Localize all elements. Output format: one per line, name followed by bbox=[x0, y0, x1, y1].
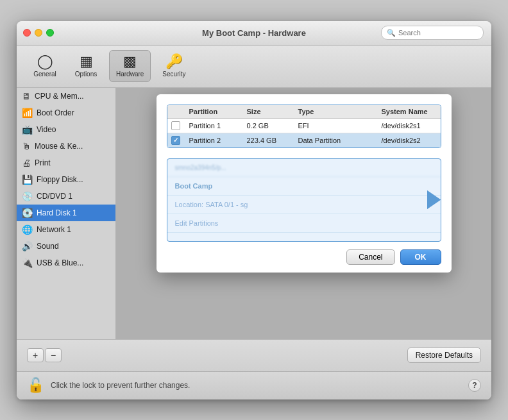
checkbox-row2[interactable] bbox=[171, 136, 189, 145]
sidebar-item-sound-label: Sound bbox=[37, 242, 59, 251]
titlebar: My Boot Camp - Hardware 🔍 bbox=[17, 21, 491, 46]
table-row[interactable]: Partition 2 223.4 GB Data Partition /dev… bbox=[167, 133, 441, 147]
lock-icon: 🔓 bbox=[27, 377, 44, 394]
ok-button[interactable]: OK bbox=[400, 249, 441, 265]
sidebar-item-floppy[interactable]: 💾 Floppy Disk... bbox=[17, 171, 115, 188]
close-button[interactable] bbox=[23, 29, 31, 37]
maximize-button[interactable] bbox=[46, 29, 54, 37]
search-input[interactable] bbox=[398, 29, 478, 37]
detail-edit: Edit Partitions bbox=[167, 214, 441, 233]
tab-general[interactable]: ◯ General bbox=[27, 51, 63, 81]
sidebar-item-network[interactable]: 🌐 Network 1 bbox=[17, 221, 115, 238]
partition-name-2: Partition 2 bbox=[189, 137, 247, 144]
partition-table: Partition Size Type System Name Partitio… bbox=[167, 105, 441, 148]
table-header: Partition Size Type System Name bbox=[167, 105, 441, 119]
help-button[interactable]: ? bbox=[468, 379, 481, 392]
sidebar-item-sound[interactable]: 🔊 Sound bbox=[17, 238, 115, 255]
partition-modal: Partition Size Type System Name Partitio… bbox=[157, 94, 452, 273]
col-header-type: Type bbox=[298, 108, 382, 115]
detail-location: Location: SATA 0/1 - sg bbox=[167, 196, 441, 214]
general-icon: ◯ bbox=[37, 55, 53, 69]
video-icon: 📺 bbox=[22, 124, 33, 135]
checkbox-unchecked[interactable] bbox=[171, 121, 180, 130]
add-button[interactable]: + bbox=[27, 348, 44, 362]
lock-text: Click the lock to prevent further change… bbox=[51, 381, 190, 390]
modal-button-area: Cancel OK bbox=[157, 242, 452, 273]
toolbar: ◯ General ▦ Options ▩ Hardware 🔑 Securit… bbox=[17, 46, 491, 88]
partition-detail-area: smno2a394n5/p... Boot Camp Location: SAT… bbox=[167, 158, 441, 242]
sidebar-item-cpu-label: CPU & Mem... bbox=[35, 92, 84, 101]
sidebar-item-mouse-label: Mouse & Ke... bbox=[35, 142, 83, 151]
sidebar-item-cpu[interactable]: 🖥 CPU & Mem... bbox=[17, 88, 115, 105]
security-icon: 🔑 bbox=[165, 55, 183, 69]
cd-dvd-icon: 💿 bbox=[22, 191, 33, 201]
col-header-sysname: System Name bbox=[382, 108, 437, 115]
main-window: My Boot Camp - Hardware 🔍 ◯ General ▦ Op… bbox=[17, 21, 491, 399]
tab-hardware[interactable]: ▩ Hardware bbox=[109, 50, 151, 82]
content-area: Partition Size Type System Name Partitio… bbox=[116, 88, 491, 339]
partition-type-2: Data Partition bbox=[298, 137, 382, 144]
checkbox-checked[interactable] bbox=[171, 136, 180, 145]
sidebar-item-cd-dvd[interactable]: 💿 CD/DVD 1 bbox=[17, 188, 115, 205]
tab-hardware-label: Hardware bbox=[116, 71, 144, 78]
sidebar-item-floppy-label: Floppy Disk... bbox=[37, 175, 83, 184]
sidebar-item-video[interactable]: 📺 Video bbox=[17, 121, 115, 138]
hardware-icon: ▩ bbox=[123, 55, 137, 69]
sidebar-item-network-label: Network 1 bbox=[37, 225, 71, 234]
partition-type-1: EFI bbox=[298, 122, 382, 130]
sidebar-item-hard-disk-label: Hard Disk 1 bbox=[37, 208, 77, 217]
detail-line-1: smno2a394n5/p... bbox=[167, 159, 441, 177]
sidebar-item-usb-label: USB & Blue... bbox=[37, 258, 83, 267]
mouse-icon: 🖱 bbox=[22, 141, 31, 151]
sidebar: 🖥 CPU & Mem... 📶 Boot Order 📺 Video 🖱 Mo… bbox=[17, 88, 116, 339]
table-row[interactable]: Partition 1 0.2 GB EFI /dev/disk2s1 bbox=[167, 119, 441, 133]
bottom-bar: + − Restore Defaults bbox=[17, 339, 491, 371]
checkbox-row1[interactable] bbox=[171, 121, 189, 130]
traffic-lights bbox=[23, 29, 54, 37]
tab-options-label: Options bbox=[75, 71, 97, 78]
partition-sysname-1: /dev/disk2s1 bbox=[382, 122, 437, 130]
partition-name-1: Partition 1 bbox=[189, 122, 247, 130]
sidebar-item-usb[interactable]: 🔌 USB & Blue... bbox=[17, 255, 115, 271]
lock-bar: 🔓 Click the lock to prevent further chan… bbox=[17, 371, 491, 399]
tab-security[interactable]: 🔑 Security bbox=[156, 51, 192, 81]
col-header-check bbox=[171, 108, 189, 115]
search-icon: 🔍 bbox=[387, 29, 396, 37]
tab-options[interactable]: ▦ Options bbox=[68, 51, 104, 81]
tab-general-label: General bbox=[33, 71, 56, 78]
sound-icon: 🔊 bbox=[22, 241, 33, 251]
tab-security-label: Security bbox=[162, 71, 185, 78]
cancel-button[interactable]: Cancel bbox=[346, 249, 394, 265]
remove-button[interactable]: − bbox=[45, 348, 62, 362]
boot-order-icon: 📶 bbox=[22, 108, 33, 118]
main-area: 🖥 CPU & Mem... 📶 Boot Order 📺 Video 🖱 Mo… bbox=[17, 88, 491, 339]
sidebar-item-boot-order-label: Boot Order bbox=[37, 108, 74, 117]
sidebar-item-mouse[interactable]: 🖱 Mouse & Ke... bbox=[17, 138, 115, 155]
sidebar-item-print-label: Print bbox=[35, 158, 51, 167]
sidebar-item-video-label: Video bbox=[37, 125, 56, 134]
detail-bootcamp: Boot Camp bbox=[167, 177, 441, 196]
options-icon: ▦ bbox=[80, 55, 93, 69]
modal-overlay: Partition Size Type System Name Partitio… bbox=[116, 88, 491, 339]
restore-defaults-button[interactable]: Restore Defaults bbox=[407, 348, 481, 363]
cpu-icon: 🖥 bbox=[22, 91, 31, 101]
add-remove-buttons: + − bbox=[27, 348, 62, 362]
sidebar-item-hard-disk[interactable]: 💽 Hard Disk 1 bbox=[17, 205, 115, 221]
hard-disk-icon: 💽 bbox=[22, 208, 33, 218]
network-icon: 🌐 bbox=[22, 224, 33, 235]
usb-icon: 🔌 bbox=[22, 258, 33, 268]
partition-size-1: 0.2 GB bbox=[247, 122, 298, 130]
sidebar-item-cd-dvd-label: CD/DVD 1 bbox=[37, 192, 72, 201]
search-box[interactable]: 🔍 bbox=[381, 26, 484, 40]
col-header-size: Size bbox=[247, 108, 298, 115]
sidebar-item-print[interactable]: 🖨 Print bbox=[17, 155, 115, 171]
floppy-icon: 💾 bbox=[22, 174, 33, 185]
partition-size-2: 223.4 GB bbox=[247, 137, 298, 144]
sidebar-item-boot-order[interactable]: 📶 Boot Order bbox=[17, 105, 115, 121]
partition-sysname-2: /dev/disk2s2 bbox=[382, 137, 437, 144]
window-title: My Boot Camp - Hardware bbox=[202, 28, 306, 38]
col-header-partition: Partition bbox=[189, 108, 247, 115]
minimize-button[interactable] bbox=[35, 29, 42, 37]
print-icon: 🖨 bbox=[22, 158, 31, 168]
